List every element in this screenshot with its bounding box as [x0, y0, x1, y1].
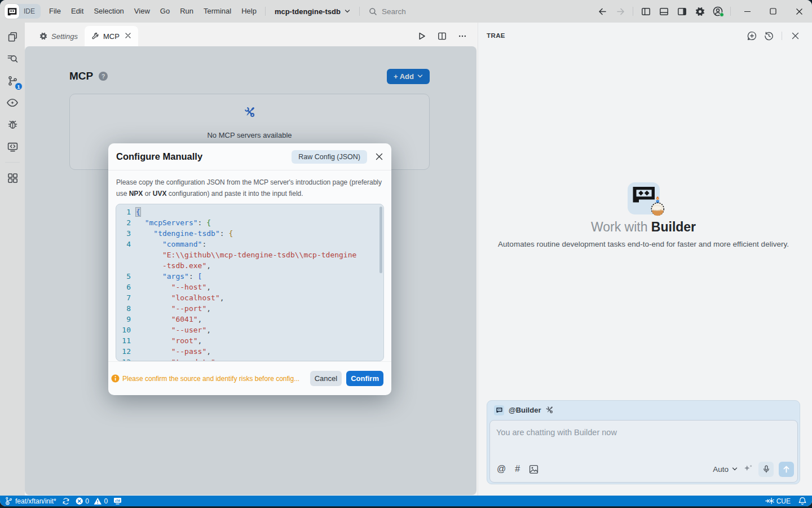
ports-panel-button[interactable] — [113, 497, 122, 505]
code-text: "tdengine-tsdb": { — [136, 228, 233, 239]
extensions-button[interactable] — [3, 169, 21, 187]
enhance-prompt-button[interactable] — [743, 464, 753, 475]
git-branch-status[interactable]: feat/xftan/init* — [5, 497, 56, 505]
agent-name[interactable]: @Builder — [509, 406, 541, 414]
terminal-panel-button[interactable] — [3, 138, 21, 156]
warning-info-icon — [111, 374, 120, 383]
layout-sidebar-right-icon — [677, 7, 687, 16]
code-text: "--pass", — [136, 346, 211, 357]
tab-close-icon[interactable] — [125, 32, 131, 41]
context-tag-button[interactable]: # — [515, 464, 520, 474]
voice-input-button[interactable] — [758, 462, 774, 477]
menu-help[interactable]: Help — [236, 4, 262, 19]
code-text: "6041", — [136, 314, 202, 325]
line-number: 9 — [116, 314, 131, 325]
line-number: 7 — [116, 292, 131, 303]
menu-file[interactable]: File — [44, 4, 66, 19]
mode-select[interactable]: Auto — [713, 465, 738, 474]
menu-selection[interactable]: Selection — [89, 4, 129, 19]
titlebar-separator — [359, 7, 360, 16]
line-number — [116, 249, 131, 260]
project-switcher[interactable]: mcp-tdengine-tsdb — [269, 4, 356, 19]
cue-label: CUE — [776, 497, 791, 505]
cue-icon — [765, 497, 774, 505]
chat-input[interactable]: You are chatting with Builder now @ # Au… — [489, 420, 798, 483]
send-button[interactable] — [779, 462, 794, 477]
run-button[interactable] — [415, 29, 429, 43]
tab-settings[interactable]: Settings — [33, 26, 85, 46]
error-count: 0 — [85, 497, 89, 505]
cue-status[interactable]: CUE — [765, 497, 791, 505]
menu-terminal[interactable]: Terminal — [198, 4, 236, 19]
toggle-right-panel-button[interactable] — [674, 3, 690, 19]
line-number: 4 — [116, 239, 131, 249]
agent-tools-icon[interactable] — [545, 406, 554, 414]
arrow-left-icon — [598, 7, 607, 16]
menu-edit[interactable]: Edit — [66, 4, 89, 19]
explorer-files-button[interactable] — [3, 28, 21, 46]
config-json-editor[interactable]: 1{2 "mcpServers": {3 "tdengine-tsdb": {4… — [116, 204, 384, 361]
toggle-left-panel-button[interactable] — [638, 3, 654, 19]
toggle-bottom-panel-button[interactable] — [656, 3, 672, 19]
chat-history-button[interactable] — [762, 29, 775, 42]
line-number: 3 — [116, 228, 131, 239]
code-text: "command": — [136, 239, 206, 249]
titlebar: IDE File Edit Selection View Go Run Term… — [0, 0, 812, 23]
problems-status[interactable]: 0 0 — [76, 497, 108, 505]
activity-bar-divider — [5, 162, 20, 163]
code-text: "mcpServers": { — [136, 217, 211, 228]
mention-button[interactable]: @ — [497, 464, 506, 474]
close-panel-button[interactable] — [788, 29, 802, 42]
nav-back-button[interactable] — [594, 3, 610, 19]
more-actions-button[interactable] — [456, 29, 469, 43]
modal-description: Please copy the configuration JSON from … — [108, 170, 391, 204]
attach-image-button[interactable] — [529, 465, 539, 474]
code-line: 7 "localhost", — [116, 292, 383, 303]
editor-scrollbar[interactable] — [379, 207, 382, 273]
trae-logo-icon — [5, 4, 19, 19]
code-line: -tsdb.exe", — [116, 260, 383, 271]
builder-logo-icon — [628, 182, 660, 214]
sync-icon — [62, 497, 70, 505]
global-search[interactable]: Search — [363, 4, 412, 19]
confirm-button[interactable]: Confirm — [346, 371, 383, 386]
app-logo-pill[interactable]: IDE — [5, 4, 41, 19]
sync-changes-button[interactable] — [62, 497, 70, 505]
app-window: IDE File Edit Selection View Go Run Term… — [0, 0, 812, 506]
arrow-up-icon — [783, 466, 790, 473]
window-minimize-button[interactable] — [734, 0, 760, 23]
ellipsis-icon — [458, 32, 467, 41]
menu-go[interactable]: Go — [155, 4, 175, 19]
code-line: 8 "--port", — [116, 303, 383, 314]
panel-chart-icon — [113, 497, 122, 505]
line-number: 12 — [116, 346, 131, 357]
eye-star-icon — [6, 97, 19, 109]
window-maximize-button[interactable] — [760, 0, 786, 23]
split-icon — [438, 32, 447, 41]
debug-button[interactable] — [3, 116, 21, 134]
menu-view[interactable]: View — [129, 4, 155, 19]
raw-config-json-button[interactable]: Raw Config (JSON) — [292, 150, 367, 164]
new-chat-button[interactable] — [745, 29, 758, 42]
modal-close-button[interactable] — [375, 152, 383, 161]
search-panel-button[interactable] — [3, 50, 21, 68]
history-icon — [764, 31, 774, 41]
source-control-button[interactable]: 1 — [3, 72, 21, 90]
modal-footer: Please confirm the source and identify r… — [108, 361, 391, 395]
cancel-button[interactable]: Cancel — [310, 371, 342, 386]
menu-run[interactable]: Run — [175, 4, 198, 19]
window-close-button[interactable] — [786, 0, 812, 23]
split-editor-button[interactable] — [435, 29, 449, 43]
notifications-button[interactable] — [798, 497, 806, 505]
settings-gear-button[interactable] — [692, 3, 708, 19]
code-line: 11 "root", — [116, 335, 383, 346]
line-number: 5 — [116, 271, 131, 282]
account-avatar[interactable] — [710, 3, 726, 19]
tab-mcp[interactable]: MCP — [85, 26, 138, 46]
nav-forward-button[interactable] — [612, 3, 628, 19]
code-review-button[interactable] — [3, 94, 21, 112]
code-text: "taosdata" — [136, 357, 215, 361]
modal-header: Configure Manually Raw Config (JSON) — [108, 143, 391, 170]
close-icon — [791, 32, 800, 40]
code-line: 5 "args": [ — [116, 271, 383, 282]
